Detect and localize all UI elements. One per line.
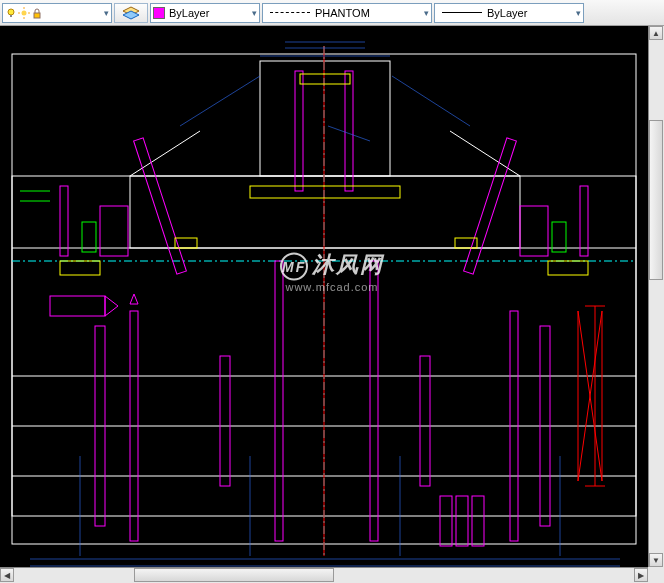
dropdown-arrow-icon: ▾ [100, 8, 109, 18]
scroll-right-button[interactable]: ▶ [634, 568, 648, 582]
layer-dropdown[interactable]: ▾ [2, 3, 112, 23]
svg-rect-41 [456, 496, 468, 546]
svg-rect-45 [300, 74, 350, 84]
dropdown-arrow-icon: ▾ [572, 8, 581, 18]
vertical-scrollbar[interactable]: ▲ ▼ [648, 26, 664, 567]
scroll-down-button[interactable]: ▼ [649, 553, 663, 567]
svg-line-19 [450, 131, 520, 176]
dropdown-arrow-icon: ▾ [420, 8, 429, 18]
svg-rect-50 [250, 186, 400, 198]
svg-rect-26 [464, 138, 517, 274]
dropdown-arrow-icon: ▾ [248, 8, 257, 18]
svg-rect-38 [370, 261, 378, 541]
layers-stack-icon [120, 5, 142, 21]
svg-rect-23 [295, 71, 303, 191]
svg-line-18 [130, 131, 200, 176]
svg-rect-17 [130, 176, 520, 248]
lightbulb-icon [5, 7, 17, 19]
svg-rect-27 [60, 186, 68, 256]
linetype-label: PHANTOM [315, 7, 370, 19]
horizontal-scrollbar[interactable]: ◀ ▶ [0, 567, 648, 583]
svg-marker-36 [130, 294, 138, 304]
svg-line-69 [328, 126, 370, 141]
svg-point-2 [22, 10, 27, 15]
svg-rect-49 [548, 261, 588, 275]
sun-icon [18, 7, 30, 19]
properties-toolbar: ▾ ByLayer ▾ PHANTOM ▾ ByLayer ▾ [0, 0, 664, 26]
svg-rect-42 [472, 496, 484, 546]
cad-drawing [0, 26, 648, 567]
lineweight-preview [437, 3, 487, 23]
svg-rect-48 [60, 261, 100, 275]
svg-point-0 [8, 9, 14, 15]
svg-rect-25 [134, 138, 187, 274]
svg-rect-16 [260, 61, 390, 176]
linetype-dropdown[interactable]: PHANTOM ▾ [262, 3, 432, 23]
svg-line-63 [180, 76, 260, 126]
svg-rect-39 [275, 261, 283, 541]
horizontal-scroll-thumb[interactable] [134, 568, 334, 582]
linetype-preview [265, 3, 315, 23]
scrollbar-corner [648, 567, 664, 583]
svg-line-64 [392, 76, 470, 126]
color-swatch [153, 7, 165, 19]
lineweight-label: ByLayer [487, 7, 527, 19]
layer-state-icons [5, 7, 43, 19]
color-dropdown[interactable]: ByLayer ▾ [150, 3, 260, 23]
svg-rect-1 [10, 15, 12, 17]
svg-rect-40 [440, 496, 452, 546]
scroll-left-button[interactable]: ◀ [0, 568, 14, 582]
lineweight-dropdown[interactable]: ByLayer ▾ [434, 3, 584, 23]
svg-marker-30 [105, 296, 118, 316]
svg-rect-29 [50, 296, 105, 316]
color-label: ByLayer [169, 7, 209, 19]
lock-icon [31, 7, 43, 19]
svg-rect-7 [34, 13, 40, 18]
svg-rect-24 [345, 71, 353, 191]
scroll-up-button[interactable]: ▲ [649, 26, 663, 40]
svg-rect-28 [580, 186, 588, 256]
layer-manager-button[interactable] [114, 3, 148, 23]
vertical-scroll-thumb[interactable] [649, 120, 663, 280]
drawing-canvas[interactable]: MF沐风网 www.mfcad.com ▲ ▼ ◀ ▶ [0, 26, 664, 583]
